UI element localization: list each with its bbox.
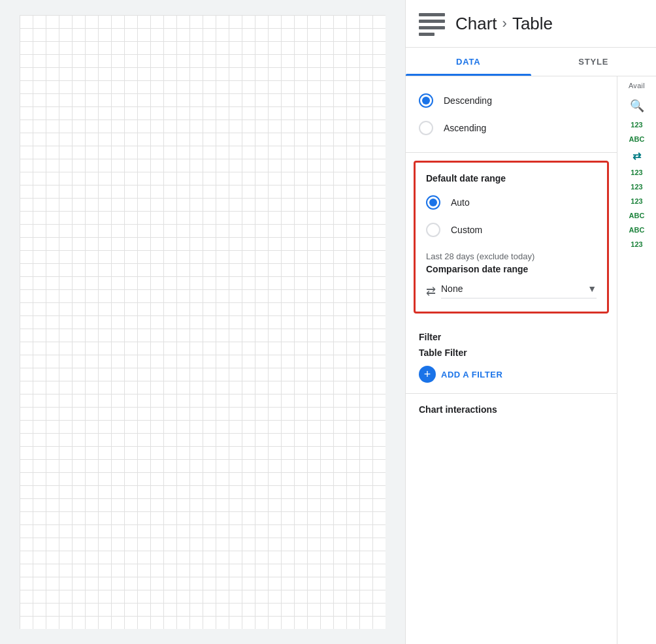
breadcrumb-chart: Chart <box>455 14 497 34</box>
field-badge-7[interactable]: ABC <box>623 210 651 221</box>
add-filter-icon: + <box>419 366 436 383</box>
add-filter-label: ADD A FILTER <box>441 370 502 379</box>
available-header: Avail <box>629 82 645 89</box>
field-badge-1[interactable]: 123 <box>623 120 651 130</box>
panel-content: Descending Ascending Default date range … <box>406 76 656 644</box>
descending-label: Descending <box>444 95 492 106</box>
field-badge-8[interactable]: ABC <box>623 225 651 235</box>
date-auto-option[interactable]: Auto <box>426 189 597 216</box>
comparison-arrows-icon: ⇄ <box>426 284 436 298</box>
breadcrumb-chevron: › <box>502 15 507 32</box>
date-custom-option[interactable]: Custom <box>426 216 597 244</box>
sort-descending-option[interactable]: Descending <box>419 87 604 114</box>
comparison-dropdown-row[interactable]: None ▼ <box>441 283 597 298</box>
field-badge-4[interactable]: 123 <box>623 167 651 178</box>
date-info-text: Last 28 days (exclude today) <box>426 251 597 261</box>
field-badge-9[interactable]: 123 <box>623 239 651 250</box>
svg-rect-3 <box>419 33 435 36</box>
field-badge-6[interactable]: 123 <box>623 196 651 206</box>
svg-rect-2 <box>419 26 445 29</box>
field-badge-2[interactable]: ABC <box>623 134 651 144</box>
sort-ascending-option[interactable]: Ascending <box>419 114 604 142</box>
comparison-dropdown[interactable]: ⇄ None ▼ <box>426 281 597 301</box>
custom-label: Custom <box>451 225 482 235</box>
add-filter-button[interactable]: + ADD A FILTER <box>419 366 604 383</box>
date-range-section: Default date range Auto Custom Last 28 d… <box>414 161 609 314</box>
field-badge-3[interactable]: ⇄ <box>623 148 651 163</box>
filter-title: Filter <box>419 332 604 342</box>
descending-radio[interactable] <box>419 93 433 108</box>
tabs-bar: DATA STYLE <box>406 48 656 76</box>
table-filter-label: Table Filter <box>419 347 604 358</box>
available-fields-panel: Avail 🔍 123 ABC ⇄ 123 123 123 ABC ABC 12… <box>617 76 656 644</box>
breadcrumb-table: Table <box>512 14 553 34</box>
chart-interactions-section: Chart interactions <box>406 394 617 425</box>
auto-label: Auto <box>451 197 470 208</box>
svg-rect-1 <box>419 20 445 23</box>
svg-rect-0 <box>419 13 445 16</box>
right-panel: Chart › Table DATA STYLE Descending Asce… <box>405 0 656 644</box>
main-content-area: Descending Ascending Default date range … <box>406 76 617 644</box>
ascending-label: Ascending <box>444 123 486 133</box>
comparison-label: Comparison date range <box>426 264 597 274</box>
ascending-radio[interactable] <box>419 121 433 135</box>
sort-section: Descending Ascending <box>406 76 617 153</box>
canvas-area <box>0 0 405 644</box>
date-range-title: Default date range <box>426 173 597 184</box>
chart-interactions-title: Chart interactions <box>419 404 604 415</box>
breadcrumb: Chart › Table <box>455 14 553 34</box>
dropdown-arrow-icon: ▼ <box>587 283 597 294</box>
tab-data[interactable]: DATA <box>406 48 531 76</box>
field-badge-5[interactable]: 123 <box>623 182 651 192</box>
custom-radio[interactable] <box>426 223 440 237</box>
panel-header: Chart › Table <box>406 0 656 48</box>
available-search-icon[interactable]: 🔍 <box>630 99 644 113</box>
filter-section: Filter Table Filter + ADD A FILTER <box>406 321 617 394</box>
chart-type-icon <box>416 8 448 39</box>
comparison-value: None <box>441 283 463 294</box>
auto-radio[interactable] <box>426 195 440 210</box>
grid-paper <box>20 15 385 629</box>
tab-style[interactable]: STYLE <box>531 48 657 76</box>
